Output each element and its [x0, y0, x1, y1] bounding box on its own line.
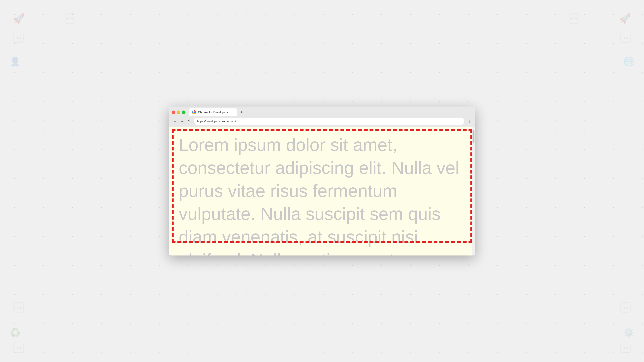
scrollbar-thumb[interactable] [472, 130, 474, 143]
svg-rect-10 [621, 303, 630, 312]
browser-window: Chrome for Developers + ← → ↻ https://de… [169, 106, 475, 256]
chrome-favicon-icon [192, 110, 196, 115]
svg-rect-0 [65, 14, 75, 23]
minimize-button[interactable] [177, 110, 180, 114]
bg-deco-12: ⚙️ [623, 328, 634, 338]
close-button[interactable] [172, 110, 175, 114]
bg-deco-5: HTML [13, 32, 24, 44]
svg-text:HTML: HTML [14, 306, 22, 309]
bg-deco-4: 🚀 [619, 13, 631, 24]
svg-rect-8 [14, 303, 23, 312]
maximize-button[interactable] [182, 110, 186, 114]
svg-rect-4 [14, 33, 23, 43]
url-bar[interactable]: https://developer.chrome.com/ [194, 118, 464, 125]
new-tab-button[interactable]: + [238, 109, 245, 115]
lorem-ipsum-text: Lorem ipsum dolor sit amet, consectetur … [169, 127, 475, 256]
traffic-lights [172, 110, 186, 114]
bg-deco-7: 👤 [10, 56, 21, 67]
svg-text:HTML: HTML [570, 17, 578, 20]
address-bar: ← → ↻ https://developer.chrome.com/ ⋮ [169, 116, 475, 127]
bg-deco-13: HTML [13, 342, 24, 354]
bg-deco-8: 🌐 [623, 56, 634, 67]
svg-text:HTML: HTML [622, 36, 630, 39]
back-button[interactable]: ← [172, 118, 178, 124]
svg-rect-12 [14, 343, 23, 353]
svg-text:HTML: HTML [66, 17, 74, 20]
bg-deco-9: HTML [13, 302, 24, 314]
svg-text:HTML: HTML [14, 36, 22, 39]
nav-buttons: ← → ↻ [172, 118, 192, 124]
svg-rect-6 [621, 33, 630, 43]
reload-button[interactable]: ↻ [186, 118, 192, 124]
svg-rect-2 [569, 14, 579, 23]
svg-rect-14 [621, 343, 630, 353]
bg-deco-1: 🚀 [13, 13, 25, 24]
browser-tab-active[interactable]: Chrome for Developers [189, 108, 237, 116]
svg-point-18 [194, 112, 195, 113]
url-text: https://developer.chrome.com/ [197, 120, 236, 123]
bg-deco-3: HTML [568, 13, 580, 25]
tab-title: Chrome for Developers [198, 111, 228, 114]
bg-deco-14: HTML [620, 342, 631, 354]
bg-deco-2: HTML [64, 13, 76, 26]
bg-deco-6: HTML [620, 32, 631, 44]
bg-deco-11: ♻️ [10, 328, 21, 338]
svg-text:HTML: HTML [622, 306, 630, 309]
browser-menu-button[interactable]: ⋮ [466, 118, 472, 124]
page-content: Lorem ipsum dolor sit amet, consectetur … [169, 127, 475, 256]
title-bar: Chrome for Developers + [169, 106, 475, 116]
scrollbar[interactable] [472, 127, 475, 256]
bg-deco-10: HTML [620, 302, 631, 314]
svg-text:HTML: HTML [622, 346, 630, 350]
svg-text:HTML: HTML [14, 346, 22, 350]
forward-button[interactable]: → [179, 118, 185, 124]
tab-bar: Chrome for Developers + [172, 108, 472, 116]
